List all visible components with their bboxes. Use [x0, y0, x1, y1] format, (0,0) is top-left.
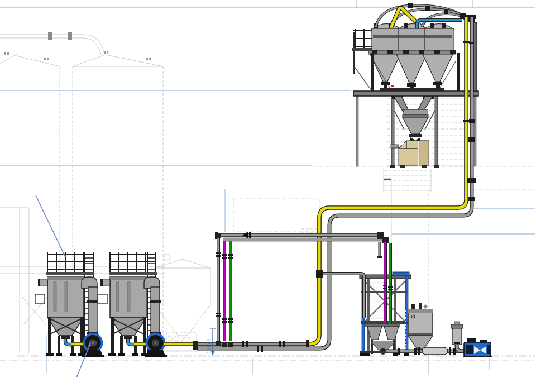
vessel-shell	[408, 309, 433, 335]
hopper-band	[365, 324, 400, 327]
support-post	[474, 96, 476, 166]
blower-base	[463, 356, 492, 357]
blower-panel	[466, 345, 473, 354]
weigh-hopper-ring	[403, 114, 428, 117]
vessel-top-band	[408, 309, 433, 313]
red-indicator	[391, 85, 394, 87]
gray-column	[367, 279, 370, 353]
mezzanine-beam	[353, 91, 478, 96]
dimension-text: 123.85	[207, 339, 212, 353]
silencer-flange	[454, 342, 460, 344]
frame-column	[391, 96, 394, 166]
big-bag-ghost	[367, 283, 391, 318]
rack-verticals	[216, 233, 233, 347]
cluster-leg	[457, 53, 460, 91]
discharge-flange	[409, 134, 422, 137]
open-end	[377, 256, 382, 258]
pipe-tower-post	[473, 22, 477, 91]
flex-coupling	[422, 347, 448, 355]
plant-drawing: 123.85	[0, 0, 536, 392]
cad-viewport: 123.85	[0, 0, 536, 392]
shell-bands	[373, 35, 452, 38]
coupling	[306, 340, 309, 347]
side-stub	[391, 145, 399, 148]
top-fitting	[424, 305, 427, 308]
hopper-shell	[398, 28, 427, 51]
tee-fitting	[316, 270, 323, 278]
hopper-shell	[424, 28, 453, 51]
hopper-shell	[372, 28, 401, 51]
valve-flange	[249, 232, 251, 238]
cluster-leg	[371, 53, 374, 91]
sight-glass	[411, 315, 415, 318]
support-post	[356, 96, 358, 166]
frame-column	[435, 96, 438, 166]
blower-panel	[487, 345, 490, 354]
silencer-knob	[454, 322, 460, 325]
support-ring	[368, 50, 456, 54]
blue-top-beam	[393, 272, 409, 276]
